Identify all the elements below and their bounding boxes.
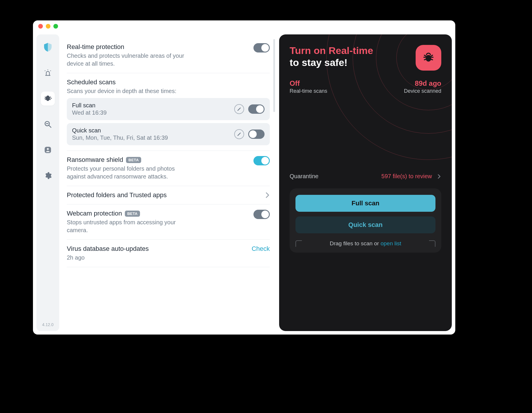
webcam-title: Webcam protection BETA bbox=[67, 210, 189, 217]
beta-badge: BETA bbox=[125, 211, 140, 217]
gear-icon bbox=[44, 172, 52, 180]
search-minus-icon bbox=[44, 120, 52, 128]
db-check-button[interactable]: Check bbox=[252, 245, 270, 253]
edit-quick-scan-button[interactable] bbox=[234, 129, 244, 139]
sidebar-item-search[interactable] bbox=[41, 117, 55, 131]
realtime-title: Real-time protection bbox=[67, 43, 189, 51]
user-icon bbox=[44, 146, 52, 154]
sidebar-item-alerts[interactable] bbox=[41, 66, 55, 80]
beta-badge: BETA bbox=[126, 157, 141, 163]
pencil-icon bbox=[237, 107, 242, 111]
section-protected-folders[interactable]: Protected folders and Trusted apps bbox=[67, 186, 270, 204]
scan-actions: Full scan Quick scan Drag files to scan … bbox=[290, 188, 441, 253]
ransomware-toggle[interactable] bbox=[253, 156, 270, 165]
scan-card-time: Wed at 16:39 bbox=[72, 109, 107, 116]
threat-indicator bbox=[416, 45, 441, 71]
scan-card-title: Full scan bbox=[72, 102, 107, 109]
siren-icon bbox=[44, 69, 52, 77]
sidebar: 4.12.0 bbox=[36, 34, 59, 331]
section-webcam: Webcam protection BETA Stops untrusted a… bbox=[67, 204, 270, 240]
quarantine-label: Quarantine bbox=[290, 173, 318, 180]
sidebar-item-account[interactable] bbox=[41, 143, 55, 157]
realtime-toggle[interactable] bbox=[253, 43, 270, 52]
drop-zone[interactable]: Drag files to scan or open list bbox=[295, 240, 435, 247]
settings-panel: Real-time protection Checks and protects… bbox=[59, 32, 277, 335]
quarantine-link[interactable]: 597 file(s) to review bbox=[382, 173, 441, 180]
sidebar-item-shield[interactable] bbox=[41, 40, 55, 54]
svg-point-0 bbox=[46, 97, 50, 101]
hero-line-2: to stay safe! bbox=[290, 57, 373, 68]
drop-corner-icon bbox=[429, 240, 435, 247]
realtime-status-value: Off bbox=[290, 79, 327, 88]
shield-icon bbox=[44, 43, 52, 52]
hero-line-1: Turn on Real-time bbox=[290, 45, 373, 56]
section-scheduled: Scheduled scans Scans your device in dep… bbox=[67, 73, 270, 151]
section-ransomware: Ransomware shield BETA Protects your per… bbox=[67, 151, 270, 186]
sidebar-item-antivirus[interactable] bbox=[41, 92, 55, 106]
close-window-button[interactable] bbox=[38, 24, 43, 29]
sidebar-item-settings[interactable] bbox=[41, 169, 55, 183]
scheduled-desc: Scans your device in depth at these time… bbox=[67, 87, 189, 95]
scan-age-value: 89d ago bbox=[404, 79, 441, 88]
realtime-status-label: Real-time scans bbox=[290, 88, 327, 94]
quarantine-row[interactable]: Quarantine 597 file(s) to review bbox=[290, 173, 441, 180]
protected-folders-label: Protected folders and Trusted apps bbox=[67, 191, 167, 199]
drop-corner-icon bbox=[295, 240, 302, 247]
chevron-right-icon bbox=[265, 192, 270, 199]
full-scan-button[interactable]: Full scan bbox=[295, 195, 435, 212]
open-list-link[interactable]: open list bbox=[381, 240, 401, 246]
chevron-right-icon bbox=[437, 173, 441, 180]
bug-icon bbox=[44, 94, 52, 103]
ransomware-title-text: Ransomware shield bbox=[67, 156, 123, 164]
svg-point-6 bbox=[426, 55, 431, 62]
scan-card-quick: Quick scan Sun, Mon, Tue, Thu, Fri, Sat … bbox=[67, 123, 270, 145]
scan-age-label: Device scanned bbox=[404, 88, 441, 94]
db-time: 2h ago bbox=[67, 254, 149, 262]
bug-filled-icon bbox=[422, 52, 435, 64]
scrollbar[interactable] bbox=[273, 39, 275, 112]
ransomware-title: Ransomware shield BETA bbox=[67, 156, 189, 164]
realtime-desc: Checks and protects vulnerable areas of … bbox=[67, 52, 189, 68]
svg-line-2 bbox=[49, 125, 51, 127]
section-virus-db: Virus database auto-updates 2h ago Check bbox=[67, 240, 270, 267]
quick-scan-button[interactable]: Quick scan bbox=[295, 216, 435, 233]
minimize-window-button[interactable] bbox=[46, 24, 50, 29]
webcam-title-text: Webcam protection bbox=[67, 210, 122, 217]
scan-card-full: Full scan Wed at 16:39 bbox=[67, 98, 270, 120]
pencil-icon bbox=[237, 132, 242, 136]
webcam-toggle[interactable] bbox=[253, 210, 270, 219]
fullscreen-window-button[interactable] bbox=[53, 24, 58, 29]
scan-card-title: Quick scan bbox=[72, 127, 168, 134]
titlebar bbox=[33, 20, 455, 32]
drop-text-prefix: Drag files to scan or bbox=[330, 240, 380, 246]
scan-card-time: Sun, Mon, Tue, Thu, Fri, Sat at 16:39 bbox=[72, 134, 168, 141]
version-label: 4.12.0 bbox=[42, 322, 54, 327]
app-window: 4.12.0 Real-time protection Checks and p… bbox=[33, 20, 455, 335]
scheduled-title: Scheduled scans bbox=[67, 78, 270, 86]
status-panel: Turn on Real-time to stay safe! Off Real… bbox=[279, 34, 452, 331]
section-realtime: Real-time protection Checks and protects… bbox=[67, 38, 270, 73]
quick-scan-toggle[interactable] bbox=[248, 130, 265, 139]
drop-text: Drag files to scan or open list bbox=[330, 240, 401, 247]
full-scan-toggle[interactable] bbox=[248, 104, 265, 114]
webcam-desc: Stops untrusted apps from accessing your… bbox=[67, 218, 189, 234]
svg-point-5 bbox=[47, 148, 49, 150]
db-title: Virus database auto-updates bbox=[67, 245, 149, 253]
ransomware-desc: Protects your personal folders and photo… bbox=[67, 165, 189, 181]
app-body: 4.12.0 Real-time protection Checks and p… bbox=[33, 32, 455, 335]
quarantine-count: 597 file(s) to review bbox=[382, 173, 432, 180]
edit-full-scan-button[interactable] bbox=[234, 104, 244, 114]
